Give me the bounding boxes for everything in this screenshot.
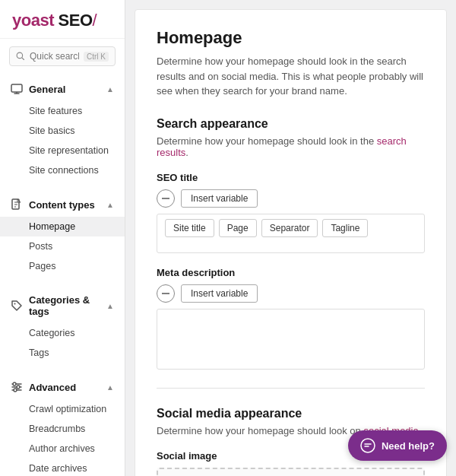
nav-section-general: General ▲ Site features Site basics Site… [0, 74, 125, 183]
categories-chevron-icon: ▲ [106, 302, 114, 310]
svg-line-1 [22, 58, 24, 60]
seo-title-tags: Site title Page Separator Tagline [165, 219, 416, 237]
nav-section-advanced-header[interactable]: Advanced ▲ [0, 375, 125, 399]
nav-item-site-features[interactable]: Site features [0, 101, 125, 121]
nav-item-breadcrumbs[interactable]: Breadcrumbs [0, 419, 125, 439]
minus-icon-2 [162, 293, 169, 294]
nav-item-tags[interactable]: Tags [0, 343, 125, 363]
need-help-button[interactable]: Need help? [348, 430, 447, 461]
meta-desc-minus-button[interactable] [157, 284, 175, 303]
section-divider [157, 388, 425, 389]
monitor-icon [11, 83, 23, 95]
nav-item-homepage[interactable]: Homepage [0, 217, 125, 236]
search-bar[interactable]: Ctrl K [9, 46, 116, 66]
svg-point-15 [14, 389, 17, 392]
sliders-icon [11, 381, 23, 393]
nav-item-pages[interactable]: Pages [0, 256, 125, 276]
categories-section-label: Categories & tags [29, 294, 100, 317]
meta-description-label: Meta description [157, 267, 425, 278]
general-section-label: General [29, 84, 65, 95]
logo-area: yoast SEO/ [0, 0, 125, 39]
tag-site-title[interactable]: Site title [165, 219, 214, 237]
search-input[interactable] [30, 51, 79, 62]
nav-section-content-types: Content types ▲ Homepage Posts Pages [0, 189, 125, 279]
nav-item-site-basics[interactable]: Site basics [0, 121, 125, 141]
nav-section-general-header[interactable]: General ▲ [0, 77, 125, 101]
nav-section-content-types-header[interactable]: Content types ▲ [0, 192, 125, 217]
nav-item-categories[interactable]: Categories [0, 323, 125, 343]
svg-rect-2 [11, 84, 22, 92]
page-title: Homepage [157, 28, 425, 48]
tag-separator[interactable]: Separator [261, 219, 318, 237]
tag-icon [11, 300, 23, 312]
content-types-section-label: Content types [29, 199, 95, 211]
seo-title-insert-row: Insert variable [157, 189, 425, 208]
advanced-chevron-icon: ▲ [106, 383, 114, 392]
search-results-link[interactable]: search results [157, 135, 407, 158]
social-appearance-title: Social media appearance [157, 407, 425, 420]
chat-icon [360, 438, 375, 453]
seo-title-insert-variable-button[interactable]: Insert variable [181, 189, 258, 208]
sidebar: yoast SEO/ Ctrl K General ▲ Site feature… [0, 0, 125, 476]
svg-point-13 [13, 382, 16, 386]
document-icon [11, 198, 23, 211]
seo-title-box: Site title Page Separator Tagline [157, 214, 425, 253]
tag-page[interactable]: Page [219, 219, 257, 237]
social-image-upload[interactable]: Recommended size for this image is 1200x… [157, 468, 425, 477]
svg-point-20 [361, 439, 375, 452]
search-appearance-title: Search appearance [157, 117, 425, 131]
search-appearance-description: Determine how your homepage should look … [157, 135, 425, 158]
nav-section-categories-tags: Categories & tags ▲ Categories Tags [0, 285, 125, 366]
svg-point-14 [17, 386, 20, 389]
nav-item-site-representation[interactable]: Site representation [0, 141, 125, 160]
nav-item-posts[interactable]: Posts [0, 236, 125, 256]
meta-description-box[interactable] [157, 309, 425, 370]
svg-point-9 [14, 303, 16, 305]
seo-title-label: SEO title [157, 172, 425, 183]
minus-icon [162, 198, 169, 199]
nav-item-author-archives[interactable]: Author archives [0, 439, 125, 459]
meta-desc-insert-row: Insert variable [157, 284, 425, 303]
nav-item-crawl-optimization[interactable]: Crawl optimization [0, 399, 125, 419]
tag-tagline[interactable]: Tagline [322, 219, 368, 237]
advanced-section-label: Advanced [29, 382, 76, 393]
need-help-label: Need help? [382, 440, 435, 452]
search-shortcut: Ctrl K [84, 52, 109, 62]
nav-section-categories-header[interactable]: Categories & tags ▲ [0, 288, 125, 323]
search-icon [16, 52, 25, 61]
content-card: Homepage Determine how your homepage sho… [135, 9, 447, 476]
meta-desc-insert-variable-button[interactable]: Insert variable [181, 284, 258, 303]
content-types-chevron-icon: ▲ [106, 201, 114, 209]
general-chevron-icon: ▲ [106, 85, 114, 94]
nav-item-date-archives[interactable]: Date archives [0, 459, 125, 476]
page-description: Determine how your homepage should look … [157, 54, 425, 99]
nav-section-advanced: Advanced ▲ Crawl optimization Breadcrumb… [0, 372, 125, 476]
logo: yoast SEO/ [12, 11, 97, 30]
seo-title-minus-button[interactable] [157, 189, 175, 208]
nav-item-site-connections[interactable]: Site connections [0, 160, 125, 180]
main-content: Homepage Determine how your homepage sho… [125, 0, 456, 476]
